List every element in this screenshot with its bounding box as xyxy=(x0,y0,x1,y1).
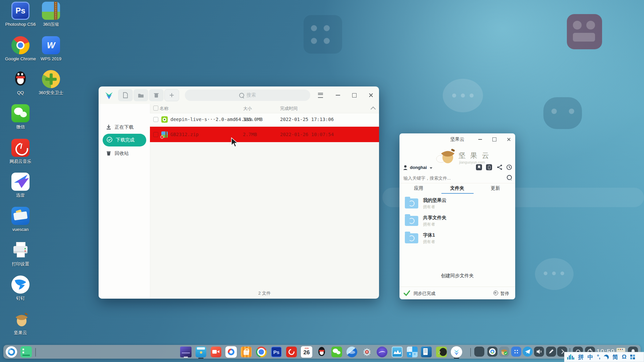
nutstore-minimize-button[interactable] xyxy=(475,134,485,144)
desktop-icon-photoshop[interactable]: Ps Photoshop CS6 xyxy=(4,2,37,27)
search-icon xyxy=(239,93,244,98)
ime-halfwidth-moon-icon[interactable] xyxy=(603,354,609,360)
tray-app-icon[interactable] xyxy=(474,347,484,357)
tray-pen-icon[interactable] xyxy=(546,347,556,357)
history-icon[interactable] xyxy=(506,164,512,170)
nutstore-search-icon[interactable] xyxy=(507,175,512,180)
dock-system-monitor-dark-icon[interactable] xyxy=(180,346,192,358)
pause-label[interactable]: 暂停 xyxy=(500,291,509,297)
folder-owner: 拥有者 xyxy=(423,222,435,227)
launcher-button[interactable] xyxy=(5,346,17,358)
tray-nutstore-client-icon[interactable] xyxy=(487,347,497,357)
tab-folders[interactable]: 文件夹 xyxy=(442,185,472,191)
desktop-icon-nutstore[interactable]: 坚果云 xyxy=(4,310,37,336)
dock-thunder-download-icon[interactable] xyxy=(450,346,463,358)
dock-qq-icon[interactable] xyxy=(316,346,328,358)
pause-icon[interactable] xyxy=(493,291,498,295)
ime-grid-menu-icon[interactable] xyxy=(630,355,635,359)
nutstore-titlebar[interactable]: 坚果云 xyxy=(399,133,515,145)
maximize-button[interactable] xyxy=(349,90,359,100)
row-checkbox[interactable] xyxy=(153,132,158,137)
ime-punctuation-toggle[interactable]: °, xyxy=(597,354,600,360)
dock-photoshop-icon[interactable]: Ps xyxy=(270,346,282,358)
tray-nutstore-sync-icon[interactable] xyxy=(499,347,509,357)
ime-simplified-toggle[interactable]: 简 xyxy=(612,353,618,361)
sidebar-item-completed[interactable]: 下载完成 xyxy=(103,134,146,146)
close-button[interactable] xyxy=(366,90,376,100)
desktop-icon-chrome[interactable]: Google Chrome xyxy=(4,36,37,62)
desktop-icon-qq[interactable]: QQ xyxy=(4,70,37,96)
bookmark-icon[interactable] xyxy=(476,164,482,170)
dock-document-viewer-icon[interactable] xyxy=(420,346,432,358)
new-task-button[interactable] xyxy=(118,89,133,101)
device-icon[interactable] xyxy=(486,164,492,170)
desktop-icon-thunder[interactable]: 迅雷 xyxy=(4,173,37,198)
dock-app-store-icon[interactable] xyxy=(240,346,252,358)
tray-volume-icon[interactable] xyxy=(534,347,544,357)
desktop-icon-print-settings[interactable]: 打印设置 xyxy=(4,241,37,267)
dock-file-manager-icon[interactable] xyxy=(195,346,207,358)
download-row-gb2312-selected[interactable]: GB2312.zip 2.7MB 2022-01-26 10:07:54 xyxy=(150,127,379,142)
select-all-checkbox[interactable] xyxy=(153,106,158,111)
active-indicator-file-manager xyxy=(198,358,204,359)
sidebar-item-trash[interactable]: 回收站 xyxy=(99,147,150,160)
user-name[interactable]: donghai xyxy=(410,165,427,170)
dock-settings-icon[interactable]: ⚙ xyxy=(361,346,373,358)
desktop-icon-dingtalk[interactable]: 钉钉 xyxy=(4,276,37,301)
desktop-icon-360zip[interactable]: 360压缩 xyxy=(35,2,67,27)
row-checkbox[interactable] xyxy=(153,117,158,122)
dock-voice-recorder-icon[interactable] xyxy=(376,346,388,358)
dock-deepin-monitor-icon[interactable] xyxy=(391,346,403,358)
nutstore-close-button[interactable] xyxy=(504,134,514,144)
column-time[interactable]: 完成时间 xyxy=(280,106,298,112)
dock-chrome-icon[interactable] xyxy=(255,346,267,358)
desktop-icon-wps[interactable]: W WPS 2019 xyxy=(35,36,67,62)
sort-chevron-icon[interactable] xyxy=(371,107,376,112)
dock-browser-icon[interactable] xyxy=(346,346,358,358)
dock-calendar-icon[interactable]: JAN 26 xyxy=(301,346,313,358)
tab-updates[interactable]: 更新 xyxy=(480,185,511,191)
sidebar-item-downloading[interactable]: 正在下载 xyxy=(99,121,150,133)
minimize-button[interactable] xyxy=(333,90,343,100)
tray-telegram-icon[interactable] xyxy=(523,347,533,357)
user-dropdown-caret-icon[interactable] xyxy=(430,167,432,169)
column-size[interactable]: 大小 xyxy=(243,106,252,112)
delete-button[interactable] xyxy=(149,89,164,101)
desktop-icon-wechat[interactable]: 微信 xyxy=(4,104,37,130)
ime-symbol-picker[interactable]: Ω xyxy=(622,354,627,360)
ime-logo-icon[interactable] xyxy=(567,354,574,360)
folder-item-shared[interactable]: 共享文件夹 拥有者 xyxy=(399,213,515,230)
thunder-icon xyxy=(11,173,30,191)
dock-wechat-icon[interactable] xyxy=(331,346,343,358)
desktop-icon-vuescan[interactable]: vuescan xyxy=(4,207,37,232)
ime-cn-en-toggle[interactable]: 中 xyxy=(587,353,593,361)
menu-button[interactable] xyxy=(315,90,325,100)
download-sidebar: 正在下载 下载完成 回收站 xyxy=(99,104,150,299)
download-titlebar[interactable]: 搜索 xyxy=(99,86,379,104)
folder-item-font1[interactable]: 字体1 拥有者 xyxy=(399,231,515,247)
download-row-deepin-iso[interactable]: deepin-live-s···2.0-amd64.iso 385.0MB 20… xyxy=(150,113,379,126)
dock-terminal-icon[interactable] xyxy=(20,346,32,358)
dock-music-player-icon[interactable]: ♪ xyxy=(435,346,447,358)
dock-screen-recorder-icon[interactable] xyxy=(210,346,222,358)
dock-baidu-netdisk-icon[interactable] xyxy=(225,346,237,358)
tray-iflytek-input-icon[interactable] xyxy=(511,347,521,357)
dock-netease-music-icon[interactable] xyxy=(285,346,298,358)
desktop-icon-360safe[interactable]: 360安全卫士 xyxy=(35,70,67,96)
nutstore-search-input[interactable] xyxy=(403,174,501,182)
file-size: 385.0MB xyxy=(243,117,263,122)
column-name[interactable]: 名称 xyxy=(160,106,168,112)
folder-item-my-nutstore[interactable]: 我的坚果云 拥有者 xyxy=(399,196,515,213)
open-folder-button[interactable] xyxy=(133,89,148,101)
create-sync-folder-button[interactable]: 创建同步文件夹 xyxy=(399,273,515,279)
ime-pinyin-toggle[interactable]: 拼 xyxy=(578,353,584,361)
dock-calculator-icon[interactable]: + − × = xyxy=(406,346,418,358)
nutstore-tabs: 应用 文件夹 更新 xyxy=(399,185,515,194)
folder-owner: 拥有者 xyxy=(423,204,435,210)
share-icon[interactable] xyxy=(497,164,503,170)
tab-apps[interactable]: 应用 xyxy=(404,185,434,191)
nutstore-maximize-button[interactable] xyxy=(489,134,499,144)
add-task-button[interactable] xyxy=(164,89,179,101)
desktop-icon-netease-music[interactable]: 网易云音乐 xyxy=(4,139,37,164)
download-search-box[interactable]: 搜索 xyxy=(185,89,310,101)
